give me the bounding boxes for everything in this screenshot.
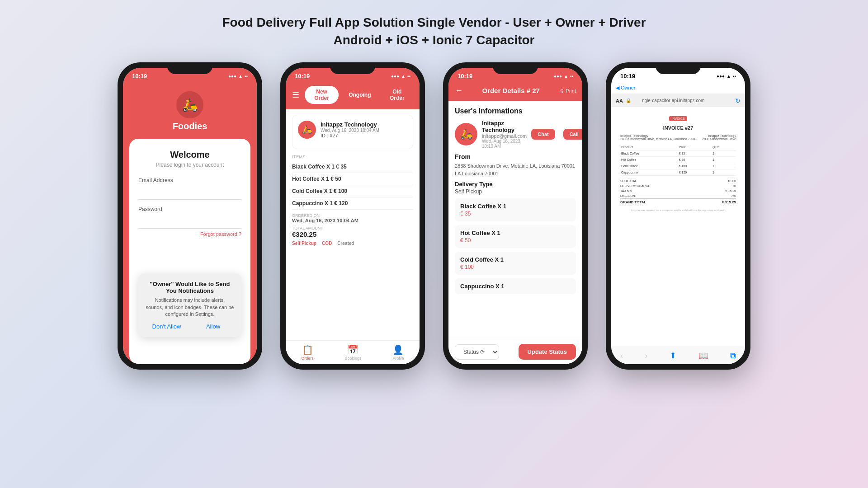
phone-4-invoice: 10:19 ●●● ▲ ▪▪ ◀ Owner AA 🔒 ngle-capacit… [606, 62, 750, 370]
inv-product-4: Cappuccino [620, 169, 678, 176]
back-button[interactable]: ← [455, 86, 463, 95]
vendor-name: Initappz Technology [321, 121, 379, 128]
address-text: 2838 Shadowman Drive, Metairie LA, Louis… [455, 162, 576, 177]
status-select[interactable]: Status ⟳ [455, 344, 499, 360]
chat-button[interactable]: Chat [531, 129, 555, 140]
product-name-2: Hot Coffee X 1 [460, 230, 571, 236]
signal-icon-2: ●●● [391, 74, 399, 79]
time-2: 10:19 [295, 73, 310, 80]
inv-product-2: Hot Coffee [620, 157, 678, 163]
ordered-on-val: Wed, Aug 16, 2023 10:04 AM [292, 218, 413, 223]
battery-icon: ▪▪ [245, 74, 248, 79]
invoice-frame: INVOICE INVOICE #27 Initappz Technology … [615, 111, 741, 343]
inv-qty-2: 1 [712, 157, 736, 163]
product-card-4: Cappuccino X 1 [455, 278, 576, 294]
call-button[interactable]: Call [563, 129, 582, 140]
invoice-badge: INVOICE [669, 116, 688, 121]
aa-button[interactable]: AA [616, 98, 623, 103]
nav-bookmarks-button[interactable]: 📖 [698, 351, 708, 361]
user-avatar: 🛵 [455, 123, 477, 145]
inv-product-3: Cold Coffee [620, 163, 678, 169]
tax-label: TAX 5% [620, 189, 632, 192]
password-label: Password [138, 206, 241, 212]
notif-deny-button[interactable]: Don't Allow [146, 323, 188, 330]
delivery-row: DELIVERY CHARGE +0 [620, 183, 736, 188]
nav-back-button[interactable]: ‹ [620, 351, 623, 361]
status-icons-3: ●●● ▲ ▪▪ [554, 74, 573, 79]
invoice-header-row: Initappz Technology 2838 Shadowman Drive… [620, 134, 736, 141]
total-label: TOTAL AMOUNT [292, 226, 413, 230]
notif-body: Notifications may include alerts, sounds… [146, 297, 234, 318]
notch-2 [330, 62, 375, 74]
col-price: PRICE [678, 144, 712, 150]
notch-1 [167, 62, 212, 74]
ordered-on-label: ORDERED ON [292, 213, 413, 218]
details-scroll: User's Informations 🛵 Initappz Technolog… [448, 101, 582, 339]
print-button[interactable]: 🖨 Print [559, 88, 576, 94]
email-input[interactable] [138, 185, 241, 200]
nav-orders[interactable]: 📋 Orders [301, 344, 314, 361]
discount-label: DISCOUNT [620, 194, 637, 197]
nav-profile[interactable]: 👤 Profile [392, 344, 404, 361]
safari-bar: ◀ Owner [611, 82, 745, 94]
order-bottom-bar: Status ⟳ Update Status [448, 339, 582, 364]
inv-row-4: Cappuccino € 120 1 [620, 169, 736, 176]
time-1: 10:19 [132, 73, 147, 80]
inv-price-4: € 120 [678, 169, 712, 176]
nav-bookings[interactable]: 📅 Bookings [344, 344, 361, 361]
user-email: initappz@gmail.com [482, 133, 527, 139]
url-text: ngle-capacitor-api.initappz.com [642, 98, 704, 103]
nav-forward-button[interactable]: › [645, 351, 648, 361]
status-icons-4: ●●● ▲ ▪▪ [717, 74, 736, 79]
from-label: From [455, 153, 576, 160]
invoice-totals: SUBTOTAL € 300 DELIVERY CHARGE +0 TAX 5%… [620, 178, 736, 205]
battery-icon-3: ▪▪ [570, 74, 573, 79]
refresh-icon[interactable]: ↻ [735, 97, 741, 104]
order-id: ID : #27 [321, 133, 379, 138]
app-logo-icon: 🛵 [176, 91, 203, 118]
order-item-4: Cappuccino X 1 € 120 [292, 197, 413, 210]
tax-val: € 15.25 [726, 189, 736, 192]
tab-new-order[interactable]: New Order [305, 86, 339, 104]
time-4: 10:19 [620, 73, 635, 80]
product-name-3: Cold Coffee X 1 [460, 256, 571, 263]
delivery-charge-val: +0 [732, 184, 736, 188]
inv-qty-1: 1 [712, 150, 736, 157]
password-input[interactable] [138, 214, 241, 229]
battery-icon-2: ▪▪ [407, 74, 410, 79]
delivery-type-label: Delivery Type [455, 181, 576, 188]
order-total: €320.25 [292, 230, 413, 238]
inv-price-2: € 50 [678, 157, 712, 163]
notification-dialog: "Owner" Would Like to Send You Notificat… [138, 273, 241, 337]
safari-nav-bar: ‹ › ⬆ 📖 ⧉ [611, 347, 745, 364]
order-item-2: Hot Coffee X 1 € 50 [292, 173, 413, 185]
nav-tabs-button[interactable]: ⧉ [730, 351, 736, 361]
signal-icon: ●●● [228, 74, 236, 79]
subtotal-label: SUBTOTAL [620, 179, 637, 183]
page-title: Food Delivery Full App Solution Single V… [222, 14, 646, 49]
tab-old-order[interactable]: Old Order [381, 86, 413, 104]
update-status-button[interactable]: Update Status [519, 344, 576, 360]
details-header: ← Order Details # 27 🖨 Print [448, 82, 582, 101]
wifi-icon-3: ▲ [564, 74, 568, 79]
tab-ongoing[interactable]: Ongoing [342, 89, 377, 101]
safari-back-label[interactable]: ◀ Owner [616, 85, 635, 91]
login-subtitle: Please login to your account [138, 162, 241, 168]
invoice-table: Product PRICE QTY Black Coffee € 35 1 Ho… [620, 144, 736, 176]
tag-created: Created [337, 241, 354, 246]
hamburger-icon[interactable]: ☰ [292, 90, 299, 100]
phone-2-orders: 10:19 ●●● ▲ ▪▪ ☰ New Order Ongoing Old O… [280, 62, 425, 370]
grand-total-row: GRAND TOTAL € 315.25 [620, 198, 736, 205]
welcome-title: Welcome [138, 150, 241, 160]
nav-share-button[interactable]: ⬆ [670, 351, 676, 361]
notch-3 [493, 62, 538, 74]
notif-allow-button[interactable]: Allow [192, 323, 234, 330]
forgot-password-link[interactable]: Forgot password ? [138, 231, 241, 237]
product-name-4: Cappuccino X 1 [460, 283, 571, 290]
user-info-row: 🛵 Initappz Technology initappz@gmail.com… [455, 120, 576, 149]
inv-row-3: Cold Coffee € 100 1 [620, 163, 736, 169]
nav-orders-label: Orders [301, 356, 314, 361]
tag-self-pickup: Self Pickup [292, 241, 316, 246]
delivery-icon: 🛵 [182, 98, 198, 113]
notif-buttons: Don't Allow Allow [146, 323, 234, 330]
